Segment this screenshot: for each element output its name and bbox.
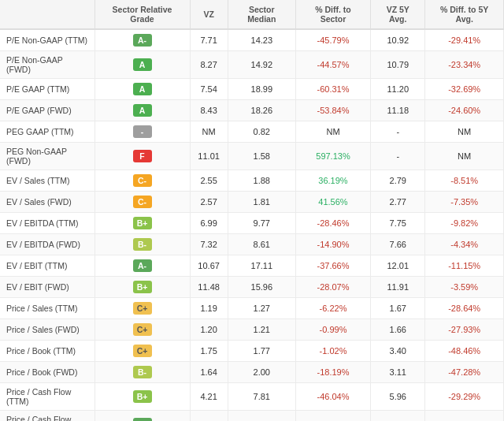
- metric-name: PEG Non-GAAP (FWD): [0, 143, 94, 170]
- diff-5y-value: -8.51%: [425, 170, 504, 192]
- sector-median-value: 1.77: [228, 341, 295, 362]
- grade-badge: A-: [133, 34, 152, 47]
- sector-median-value: 15.96: [228, 277, 295, 298]
- diff-5y-value: NM: [425, 143, 504, 170]
- grade-badge: A: [133, 104, 152, 117]
- vz5y-value: 7.75: [371, 213, 425, 234]
- metric-name: PEG GAAP (TTM): [0, 121, 94, 143]
- table-row: P/E Non-GAAP (TTM)A-7.7114.23-45.79%10.9…: [0, 29, 504, 51]
- grade-badge: A: [133, 83, 152, 95]
- grade-cell: B+: [94, 383, 190, 411]
- vz-value: 1.75: [190, 341, 228, 362]
- diff-sector-value: -28.46%: [295, 213, 370, 234]
- vz-value: 11.48: [190, 277, 228, 298]
- diff-5y-value: -7.35%: [425, 192, 504, 213]
- diff-sector-value: 41.56%: [295, 192, 370, 213]
- valuation-table: Sector Relative Grade VZ Sector Median %…: [0, 0, 504, 421]
- vz5y-value: 5.97: [371, 411, 425, 422]
- metric-name: Price / Cash Flow (FWD): [0, 411, 94, 422]
- col-diff-sector: % Diff. to Sector: [295, 0, 370, 29]
- sector-median-value: 18.99: [228, 79, 295, 100]
- grade-badge: F: [133, 150, 152, 162]
- metric-name: Price / Cash Flow (TTM): [0, 383, 94, 411]
- grade-cell: B+: [94, 213, 190, 234]
- metric-name: P/E Non-GAAP (FWD): [0, 51, 94, 79]
- sector-median-value: 18.26: [228, 100, 295, 121]
- diff-5y-value: -29.29%: [425, 383, 504, 411]
- vz-value: 7.54: [190, 79, 228, 100]
- diff-sector-value: 597.13%: [295, 143, 370, 170]
- vz-value: 1.20: [190, 319, 228, 341]
- vz5y-value: -: [371, 121, 425, 143]
- vz-value: 4.21: [190, 383, 228, 411]
- diff-sector-value: -37.66%: [295, 255, 370, 277]
- sector-median-value: 7.86: [228, 411, 295, 422]
- diff-sector-value: -60.31%: [295, 79, 370, 100]
- grade-cell: A-: [94, 29, 190, 51]
- grade-cell: A: [94, 100, 190, 121]
- sector-median-value: 17.11: [228, 255, 295, 277]
- grade-cell: B-: [94, 234, 190, 255]
- grade-badge: A: [133, 58, 152, 71]
- sector-median-value: 14.23: [228, 29, 295, 51]
- grade-cell: A: [94, 79, 190, 100]
- vz5y-value: 11.20: [371, 79, 425, 100]
- diff-sector-value: -44.57%: [295, 51, 370, 79]
- vz5y-value: 3.40: [371, 341, 425, 362]
- grade-cell: A-: [94, 411, 190, 422]
- vz-value: 8.27: [190, 51, 228, 79]
- diff-5y-value: -29.41%: [425, 29, 504, 51]
- table-row: P/E GAAP (TTM)A7.5418.99-60.31%11.20-32.…: [0, 79, 504, 100]
- diff-5y-value: -32.69%: [425, 79, 504, 100]
- grade-cell: -: [94, 121, 190, 143]
- vz5y-value: 2.77: [371, 192, 425, 213]
- table-row: PEG Non-GAAP (FWD)F11.011.58597.13%-NM: [0, 143, 504, 170]
- diff-sector-value: 36.19%: [295, 170, 370, 192]
- table-row: EV / Sales (TTM)C-2.551.8836.19%2.79-8.5…: [0, 170, 504, 192]
- grade-badge: B-: [133, 238, 152, 251]
- table-row: EV / Sales (FWD)C-2.571.8141.56%2.77-7.3…: [0, 192, 504, 213]
- table-row: Price / Cash Flow (TTM)B+4.217.81-46.04%…: [0, 383, 504, 411]
- diff-sector-value: -1.02%: [295, 341, 370, 362]
- col-grade: Sector Relative Grade: [94, 0, 190, 29]
- vz-value: 8.43: [190, 100, 228, 121]
- diff-sector-value: -45.79%: [295, 29, 370, 51]
- sector-median-value: 1.88: [228, 170, 295, 192]
- vz-value: 7.71: [190, 29, 228, 51]
- diff-5y-value: -47.28%: [425, 362, 504, 383]
- grade-cell: F: [94, 143, 190, 170]
- grade-cell: C+: [94, 319, 190, 341]
- vz5y-value: 3.11: [371, 362, 425, 383]
- vz5y-value: 10.92: [371, 29, 425, 51]
- diff-5y-value: -28.64%: [425, 298, 504, 319]
- table-row: P/E Non-GAAP (FWD)A8.2714.92-44.57%10.79…: [0, 51, 504, 79]
- grade-badge: C+: [133, 302, 152, 315]
- grade-cell: C-: [94, 170, 190, 192]
- metric-name: EV / EBITDA (TTM): [0, 213, 94, 234]
- table-row: Price / Book (TTM)C+1.751.77-1.02%3.40-4…: [0, 341, 504, 362]
- sector-median-value: 0.82: [228, 121, 295, 143]
- metric-name: P/E GAAP (FWD): [0, 100, 94, 121]
- table-row: EV / EBITDA (TTM)B+6.999.77-28.46%7.75-9…: [0, 213, 504, 234]
- diff-5y-value: -24.60%: [425, 100, 504, 121]
- col-metric: [0, 0, 94, 29]
- table-row: PEG GAAP (TTM)-NM0.82NM-NM: [0, 121, 504, 143]
- metric-name: EV / Sales (TTM): [0, 170, 94, 192]
- grade-cell: B-: [94, 362, 190, 383]
- grade-badge: C+: [133, 323, 152, 336]
- vz-value: 1.64: [190, 362, 228, 383]
- diff-sector-value: -46.04%: [295, 383, 370, 411]
- diff-sector-value: -28.07%: [295, 277, 370, 298]
- vz-value: NM: [190, 121, 228, 143]
- diff-5y-value: -9.82%: [425, 213, 504, 234]
- diff-sector-value: -42.26%: [295, 411, 370, 422]
- vz-value: 4.54: [190, 411, 228, 422]
- vz5y-value: 2.79: [371, 170, 425, 192]
- metric-name: EV / Sales (FWD): [0, 192, 94, 213]
- vz5y-value: 11.91: [371, 277, 425, 298]
- grade-badge: B-: [133, 366, 152, 378]
- diff-5y-value: -23.34%: [425, 51, 504, 79]
- table-row: Price / Sales (FWD)C+1.201.21-0.99%1.66-…: [0, 319, 504, 341]
- grade-badge: B+: [133, 217, 152, 229]
- diff-sector-value: NM: [295, 121, 370, 143]
